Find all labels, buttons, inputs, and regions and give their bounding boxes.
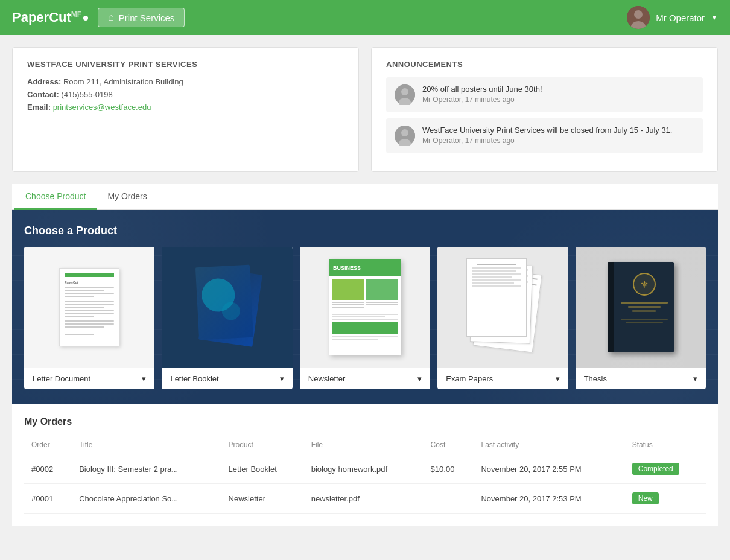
- product-label-letter-booklet: Letter Booklet ▾: [162, 368, 292, 389]
- ann-content-2: WestFace University Print Services will …: [422, 126, 694, 145]
- avatar-img: [627, 6, 650, 29]
- product-img-thesis: ⚜: [576, 247, 706, 368]
- table-row[interactable]: #0002 Biology III: Semester 2 pra... Let…: [24, 454, 706, 484]
- exam-papers-mockup: [460, 256, 545, 358]
- order-product-0: Letter Booklet: [221, 454, 304, 484]
- contact-label: Contact:: [27, 90, 59, 99]
- order-num-1: #0001: [24, 484, 72, 514]
- order-status-1: New: [625, 484, 706, 514]
- col-status: Status: [625, 436, 706, 454]
- order-activity-0: November 20, 2017 2:55 PM: [474, 454, 624, 484]
- status-badge-0: Completed: [632, 463, 679, 475]
- col-product: Product: [221, 436, 304, 454]
- ann-avatar-img-1: [395, 84, 415, 105]
- products-grid: PaperCut: [24, 247, 706, 389]
- tab-my-orders[interactable]: My Orders: [97, 184, 157, 210]
- contact-line: Contact: (415)555-0198: [27, 90, 344, 99]
- orders-title: My Orders: [24, 416, 706, 427]
- user-area[interactable]: Mr Operator ▼: [627, 6, 718, 29]
- product-label-letter-document: Letter Document ▾: [24, 368, 154, 389]
- product-card-letter-document[interactable]: PaperCut: [24, 247, 154, 389]
- order-product-1: Newsletter: [221, 484, 304, 514]
- product-card-thesis[interactable]: ⚜ Thesis ▾: [576, 247, 706, 389]
- ann-avatar-1: [395, 84, 415, 105]
- orders-table: Order Title Product File Cost Last activ…: [24, 436, 706, 514]
- order-title-1: Chocolate Appreciation So...: [72, 484, 221, 514]
- booklet-mockup: [188, 259, 267, 355]
- avatar: [627, 6, 650, 29]
- email-label: Email:: [27, 103, 51, 112]
- product-label-thesis: Thesis ▾: [576, 368, 706, 389]
- orders-table-head: Order Title Product File Cost Last activ…: [24, 436, 706, 454]
- product-chevron-3: ▾: [556, 374, 560, 383]
- order-file-0: biology homework.pdf: [304, 454, 424, 484]
- product-label-text-4: Thesis: [584, 374, 607, 383]
- address-label: Address:: [27, 77, 61, 86]
- email-link[interactable]: printservices@westface.edu: [53, 103, 151, 112]
- announcement-item-2: WestFace University Print Services will …: [386, 118, 703, 153]
- ann-text-1: 20% off all posters until June 30th!: [422, 84, 694, 94]
- order-title-0: Biology III: Semester 2 pra...: [72, 454, 221, 484]
- ann-meta-1: Mr Operator, 17 minutes ago: [422, 95, 694, 104]
- product-label-text-1: Letter Booklet: [170, 374, 218, 383]
- header-left: PaperCutMF ⌂ Print Services: [12, 8, 185, 27]
- ann-avatar-img-2: [395, 126, 415, 146]
- header: PaperCutMF ⌂ Print Services Mr Operator …: [0, 0, 730, 35]
- svg-point-4: [401, 88, 408, 95]
- product-card-letter-booklet[interactable]: Letter Booklet ▾: [162, 247, 292, 389]
- product-chevron-0: ▾: [142, 374, 146, 383]
- address-value: Room 211, Administration Building: [63, 77, 183, 86]
- product-label-text-3: Exam Papers: [446, 374, 493, 383]
- address-line: Address: Room 211, Administration Buildi…: [27, 77, 344, 86]
- svg-point-1: [634, 10, 643, 19]
- col-cost: Cost: [424, 436, 474, 454]
- table-row[interactable]: #0001 Chocolate Appreciation So... Newsl…: [24, 484, 706, 514]
- product-section: Choose a Product PaperCut: [12, 210, 718, 404]
- product-label-exam-papers: Exam Papers ▾: [437, 368, 568, 389]
- logo-text: PaperCutMF: [12, 10, 88, 25]
- product-chevron-1: ▾: [280, 374, 284, 383]
- logo-suffix: MF: [71, 10, 81, 19]
- tabs-bar: Choose Product My Orders: [12, 184, 718, 210]
- product-chevron-4: ▾: [693, 374, 697, 383]
- ann-meta-2: Mr Operator, 17 minutes ago: [422, 136, 694, 145]
- product-img-newsletter: BUSINESS: [300, 247, 430, 368]
- product-label-text-0: Letter Document: [33, 374, 90, 383]
- logo-dot: [83, 16, 88, 21]
- product-card-exam-papers[interactable]: Exam Papers ▾: [437, 247, 568, 389]
- announcements-card: ANNOUNCEMENTS 20% off all posters until …: [371, 47, 718, 172]
- orders-section: My Orders Order Title Product File Cost …: [12, 404, 718, 526]
- tab-choose-product[interactable]: Choose Product: [14, 184, 97, 210]
- thesis-mockup: ⚜: [608, 262, 674, 352]
- product-label-text-2: Newsletter: [308, 374, 345, 383]
- email-line: Email: printservices@westface.edu: [27, 103, 344, 112]
- col-order: Order: [24, 436, 72, 454]
- order-num-0: #0002: [24, 454, 72, 484]
- col-file: File: [304, 436, 424, 454]
- order-status-0: Completed: [625, 454, 706, 484]
- announcement-item-1: 20% off all posters until June 30th! Mr …: [386, 77, 703, 112]
- home-icon: ⌂: [108, 12, 114, 23]
- ann-text-2: WestFace University Print Services will …: [422, 126, 694, 135]
- orders-table-body: #0002 Biology III: Semester 2 pra... Let…: [24, 454, 706, 514]
- col-last-activity: Last activity: [474, 436, 624, 454]
- ann-content-1: 20% off all posters until June 30th! Mr …: [422, 84, 694, 104]
- nav-button-label: Print Services: [119, 13, 175, 23]
- username-label: Mr Operator: [656, 13, 705, 23]
- product-card-newsletter[interactable]: BUSINESS: [300, 247, 430, 389]
- print-services-nav-button[interactable]: ⌂ Print Services: [98, 8, 185, 27]
- product-img-exam-papers: [437, 247, 568, 368]
- main-content: WESTFACE UNIVERSITY PRINT SERVICES Addre…: [0, 35, 730, 538]
- product-img-letter-booklet: [162, 247, 292, 368]
- product-chevron-2: ▾: [417, 374, 422, 383]
- info-row: WESTFACE UNIVERSITY PRINT SERVICES Addre…: [12, 47, 718, 172]
- product-label-newsletter: Newsletter ▾: [300, 368, 430, 389]
- order-cost-0: $10.00: [424, 454, 474, 484]
- product-img-letter-document: PaperCut: [24, 247, 154, 368]
- orders-header-row: Order Title Product File Cost Last activ…: [24, 436, 706, 454]
- letter-doc-mockup: PaperCut: [59, 268, 119, 346]
- university-info-card: WESTFACE UNIVERSITY PRINT SERVICES Addre…: [12, 47, 359, 172]
- newsletter-mockup: BUSINESS: [329, 259, 401, 355]
- svg-point-7: [401, 129, 408, 136]
- product-section-title: Choose a Product: [24, 224, 706, 237]
